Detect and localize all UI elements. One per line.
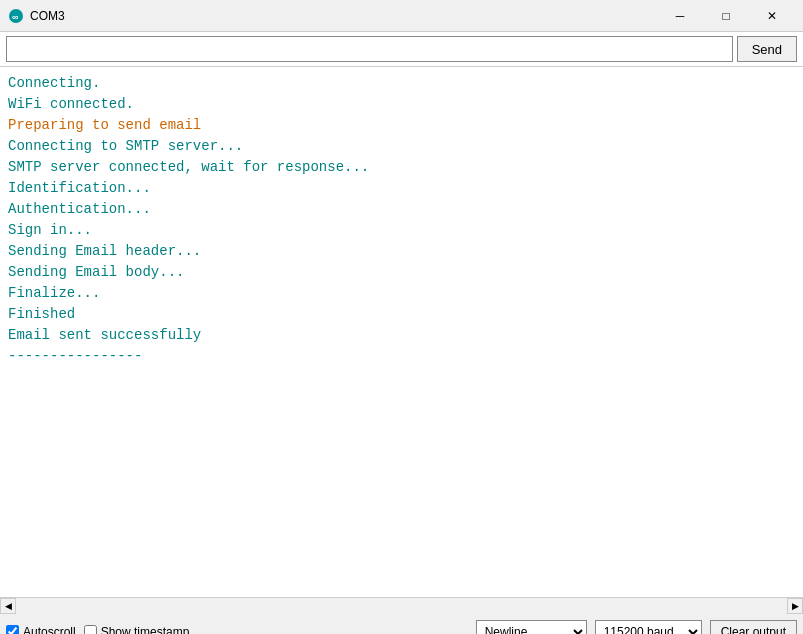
autoscroll-checkbox[interactable]	[6, 625, 19, 634]
horizontal-scrollbar[interactable]: ◀ ▶	[0, 597, 803, 613]
output-line: Finalize...	[8, 283, 795, 304]
output-line: Preparing to send email	[8, 115, 795, 136]
input-row: Send	[0, 32, 803, 67]
send-button[interactable]: Send	[737, 36, 797, 62]
arduino-icon: ∞	[8, 8, 24, 24]
output-line: Authentication...	[8, 199, 795, 220]
clear-output-button[interactable]: Clear output	[710, 620, 797, 635]
output-line: SMTP server connected, wait for response…	[8, 157, 795, 178]
window-controls: ─ □ ✕	[657, 0, 795, 32]
output-line: Sending Email header...	[8, 241, 795, 262]
baud-select[interactable]: 300 baud1200 baud2400 baud4800 baud9600 …	[595, 620, 702, 635]
maximize-button[interactable]: □	[703, 0, 749, 32]
output-line: Connecting to SMTP server...	[8, 136, 795, 157]
autoscroll-label[interactable]: Autoscroll	[6, 625, 76, 635]
output-line: Email sent successfully	[8, 325, 795, 346]
scroll-left-arrow[interactable]: ◀	[0, 598, 16, 614]
window-title: COM3	[30, 9, 657, 23]
output-line: Sending Email body...	[8, 262, 795, 283]
scroll-right-arrow[interactable]: ▶	[787, 598, 803, 614]
minimize-button[interactable]: ─	[657, 0, 703, 32]
output-line: Connecting.	[8, 73, 795, 94]
show-timestamp-checkbox[interactable]	[84, 625, 97, 634]
output-line: WiFi connected.	[8, 94, 795, 115]
output-line: Sign in...	[8, 220, 795, 241]
scroll-track[interactable]	[16, 598, 787, 614]
show-timestamp-label[interactable]: Show timestamp	[84, 625, 190, 635]
autoscroll-text: Autoscroll	[23, 625, 76, 635]
close-button[interactable]: ✕	[749, 0, 795, 32]
status-bar: Autoscroll Show timestamp No line ending…	[0, 613, 803, 634]
output-line: ----------------	[8, 346, 795, 367]
svg-text:∞: ∞	[12, 12, 19, 22]
output-line: Finished	[8, 304, 795, 325]
title-bar: ∞ COM3 ─ □ ✕	[0, 0, 803, 32]
newline-select[interactable]: No line endingNewlineCarriage returnBoth…	[476, 620, 587, 635]
output-line: Identification...	[8, 178, 795, 199]
serial-output[interactable]: Connecting.WiFi connected.Preparing to s…	[0, 67, 803, 597]
serial-input[interactable]	[6, 36, 733, 62]
show-timestamp-text: Show timestamp	[101, 625, 190, 635]
